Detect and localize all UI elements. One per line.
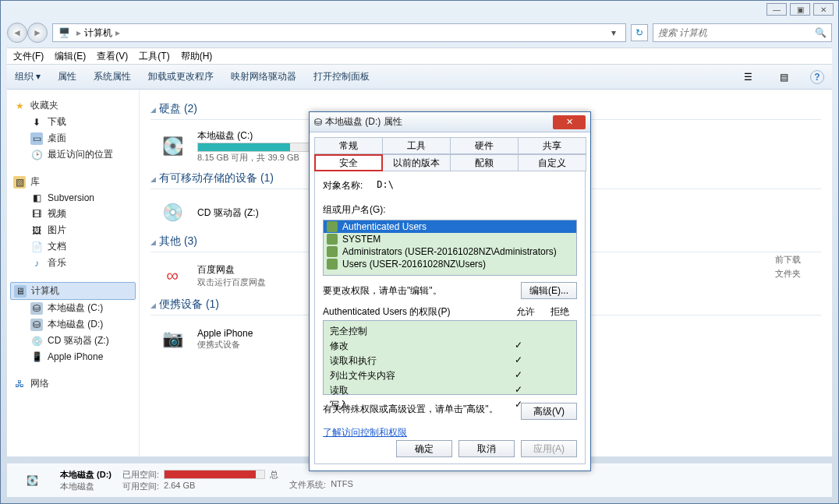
permission-row: 列出文件夹内容✓ xyxy=(330,368,570,383)
user-row[interactable]: SYSTEM xyxy=(324,233,576,245)
user-row[interactable]: Users (USER-20161028NZ\Users) xyxy=(324,258,576,270)
menu-bar: 文件(F) 编辑(E) 查看(V) 工具(T) 帮助(H) xyxy=(7,48,832,65)
svn-icon: ◧ xyxy=(30,192,43,204)
sidebar-item-drive-c[interactable]: ⛁本地磁盘 (C:) xyxy=(10,300,136,316)
phone-icon: 📷 xyxy=(155,325,189,353)
cd-icon: 💿 xyxy=(30,335,43,347)
user-row[interactable]: Authenticated Users xyxy=(324,220,576,233)
nav-back-button[interactable]: ◄ xyxy=(7,23,27,43)
baidu-icon: ∞ xyxy=(155,262,189,290)
crumb-sep-icon: ▸ xyxy=(115,27,120,38)
search-input[interactable] xyxy=(658,27,815,38)
sidebar-item-desktop[interactable]: ▭桌面 xyxy=(10,130,136,146)
ok-button[interactable]: 确定 xyxy=(396,440,452,457)
tab-常规[interactable]: 常规 xyxy=(314,137,383,154)
recent-icon: 🕑 xyxy=(30,149,43,161)
menu-help[interactable]: 帮助(H) xyxy=(181,50,213,63)
sidebar-item-downloads[interactable]: ⬇下载 xyxy=(10,114,136,130)
edit-hint: 要更改权限，请单击"编辑"。 xyxy=(323,284,442,298)
video-icon: 🎞 xyxy=(30,208,43,220)
menu-tools[interactable]: 工具(T) xyxy=(139,50,169,63)
apply-button[interactable]: 应用(A) xyxy=(521,440,577,457)
sidebar-item-pictures[interactable]: 🖼图片 xyxy=(10,222,136,238)
view-mode-icon[interactable]: ☰ xyxy=(738,69,757,85)
desktop-icon: ▭ xyxy=(30,132,43,145)
advanced-hint: 有关特殊权限或高级设置，请单击"高级"。 xyxy=(323,403,515,416)
permission-list[interactable]: 完全控制修改✓读取和执行✓列出文件夹内容✓读取✓写入✓ xyxy=(323,320,577,395)
menu-view[interactable]: 查看(V) xyxy=(97,50,128,63)
sidebar-item-iphone[interactable]: 📱Apple iPhone xyxy=(10,349,136,365)
sysprops-button[interactable]: 系统属性 xyxy=(94,70,131,83)
user-icon xyxy=(327,259,338,270)
sidebar-item-documents[interactable]: 📄文档 xyxy=(10,238,136,255)
close-button[interactable]: ✕ xyxy=(813,3,834,16)
tab-自定义[interactable]: 自定义 xyxy=(518,154,586,171)
drive-icon: 💽 xyxy=(155,132,189,160)
tab-硬件[interactable]: 硬件 xyxy=(450,137,519,154)
tab-工具[interactable]: 工具 xyxy=(382,137,451,154)
controlpanel-button[interactable]: 打开控制面板 xyxy=(313,70,370,83)
tab-以前的版本[interactable]: 以前的版本 xyxy=(382,154,451,171)
advanced-button[interactable]: 高级(V) xyxy=(521,403,577,420)
help-icon[interactable]: ? xyxy=(810,70,824,84)
address-dropdown-icon[interactable]: ▾ xyxy=(607,27,621,38)
tab-配额[interactable]: 配额 xyxy=(450,154,519,171)
drive-c-usage-bar xyxy=(197,143,314,152)
download-icon: ⬇ xyxy=(30,116,43,129)
sidebar-favorites[interactable]: 收藏夹 xyxy=(30,99,58,112)
library-icon: ▧ xyxy=(13,176,26,189)
permission-row: 完全控制 xyxy=(330,324,570,339)
edit-button[interactable]: 编辑(E)... xyxy=(521,282,577,299)
permission-row: 修改✓ xyxy=(330,339,570,354)
drive-icon: ⛁ xyxy=(30,319,43,331)
fs-value: NTFS xyxy=(331,479,353,491)
address-bar[interactable]: 🖥️ ▸ 计算机 ▸ ▾ xyxy=(52,23,626,42)
sidebar-item-drive-d[interactable]: ⛁本地磁盘 (D:) xyxy=(10,316,136,333)
document-icon: 📄 xyxy=(30,241,43,253)
toolbar: 组织 ▾ 属性 系统属性 卸载或更改程序 映射网络驱动器 打开控制面板 ☰ ▤ … xyxy=(7,65,832,90)
minimize-button[interactable]: — xyxy=(766,3,787,16)
status-usage-bar xyxy=(164,470,265,479)
menu-edit[interactable]: 编辑(E) xyxy=(55,50,86,63)
user-list[interactable]: Authenticated UsersSYSTEMAdministrators … xyxy=(323,220,577,276)
search-icon[interactable]: 🔍 xyxy=(815,27,827,38)
sidebar-item-recent[interactable]: 🕑最近访问的位置 xyxy=(10,146,136,163)
menu-file[interactable]: 文件(F) xyxy=(13,50,44,63)
sidebar-item-music[interactable]: ♪音乐 xyxy=(10,255,136,271)
tab-安全[interactable]: 安全 xyxy=(314,154,383,171)
learn-link[interactable]: 了解访问控制和权限 xyxy=(323,426,407,439)
sidebar-item-cd-z[interactable]: 💿CD 驱动器 (Z:) xyxy=(10,333,136,349)
breadcrumb-computer[interactable]: 计算机 xyxy=(84,26,112,40)
cancel-button[interactable]: 取消 xyxy=(458,440,515,457)
user-row[interactable]: Administrators (USER-20161028NZ\Administ… xyxy=(324,245,576,258)
properties-button[interactable]: 属性 xyxy=(58,70,76,83)
mapdrive-button[interactable]: 映射网络驱动器 xyxy=(231,70,296,83)
drive-c-space: 8.15 GB 可用，共 39.9 GB xyxy=(197,152,314,164)
total-label: 总 xyxy=(270,469,278,481)
maximize-button[interactable]: ▣ xyxy=(790,3,810,16)
status-drive-name: 本地磁盘 (D:) xyxy=(60,470,112,479)
sidebar-network[interactable]: 网络 xyxy=(30,377,49,390)
uninstall-button[interactable]: 卸载或更改程序 xyxy=(148,70,214,83)
search-box[interactable]: 🔍 xyxy=(653,23,832,42)
network-icon: 🖧 xyxy=(13,378,26,390)
iphone-sub: 便携式设备 xyxy=(197,339,253,351)
sidebar-libraries[interactable]: 库 xyxy=(30,175,40,189)
sidebar-item-videos[interactable]: 🎞视频 xyxy=(10,206,136,222)
cd-drive-label: CD 驱动器 (Z:) xyxy=(197,206,259,220)
baidu-sub: 双击运行百度网盘 xyxy=(197,277,266,288)
users-label: 组或用户名(G): xyxy=(323,203,577,217)
tab-共享[interactable]: 共享 xyxy=(518,137,586,154)
phone-icon: 📱 xyxy=(30,351,43,363)
organize-button[interactable]: 组织 ▾ xyxy=(15,70,41,83)
object-label: 对象名称: xyxy=(323,179,363,192)
preview-pane-icon[interactable]: ▤ xyxy=(774,69,793,85)
crumb-sep-icon: ▸ xyxy=(76,27,81,38)
refresh-button[interactable]: ↻ xyxy=(631,24,648,41)
nav-forward-button[interactable]: ► xyxy=(27,23,48,43)
sidebar-item-subversion[interactable]: ◧Subversion xyxy=(10,190,136,206)
sidebar-computer[interactable]: 计算机 xyxy=(31,284,59,298)
free-label: 可用空间: xyxy=(122,481,159,492)
cd-icon: 💿 xyxy=(155,199,189,227)
dialog-close-button[interactable]: ✕ xyxy=(553,115,586,129)
